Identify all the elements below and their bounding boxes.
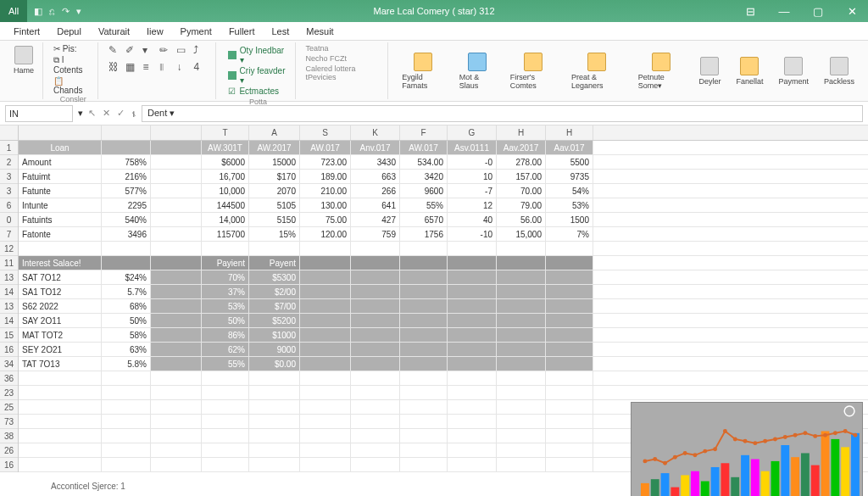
cell[interactable] [19, 386, 102, 399]
cell[interactable] [151, 328, 202, 342]
cell[interactable]: 54% [546, 184, 593, 198]
cell[interactable]: 5150 [249, 213, 300, 226]
cell[interactable]: Fatuimt [19, 170, 102, 183]
cell[interactable]: 5105 [249, 198, 300, 212]
text-item[interactable]: Teatna [306, 44, 383, 53]
cell[interactable] [300, 386, 351, 399]
cell[interactable]: 2295 [102, 198, 151, 212]
cell[interactable]: 9735 [546, 170, 593, 183]
brush2-icon[interactable]: ✐ [125, 44, 137, 56]
cell[interactable] [497, 400, 546, 414]
cell[interactable]: $1000 [249, 328, 300, 342]
cell[interactable] [546, 443, 593, 457]
cell[interactable]: $0.00 [249, 357, 300, 371]
cell[interactable] [400, 328, 448, 342]
cell[interactable]: 759 [351, 227, 400, 241]
cell[interactable]: 534.00 [400, 155, 448, 169]
cell[interactable]: AW.301T [202, 141, 249, 154]
row-header[interactable]: 38 [0, 429, 18, 443]
cell[interactable]: 266 [351, 184, 400, 198]
cell[interactable] [151, 357, 202, 371]
cell[interactable] [102, 256, 151, 270]
column-header[interactable]: T [202, 125, 249, 140]
cell[interactable]: $170 [249, 170, 300, 183]
cell[interactable] [202, 458, 249, 471]
cell[interactable] [448, 328, 497, 342]
cell[interactable]: $6000 [202, 155, 249, 169]
cell[interactable]: MAT TOT2 [19, 328, 102, 342]
cell[interactable]: 37% [202, 285, 249, 298]
cell[interactable]: SAT 7O12 [19, 270, 102, 284]
cell[interactable] [400, 299, 448, 313]
cell[interactable] [351, 357, 400, 371]
cell[interactable] [249, 429, 300, 443]
cell[interactable]: Fatonte [19, 227, 102, 241]
redo-icon[interactable]: ↷ [62, 6, 70, 17]
cell[interactable] [300, 242, 351, 255]
cell[interactable]: 6570 [400, 213, 448, 226]
column-header[interactable]: K [351, 125, 400, 140]
num-icon[interactable]: 4 [193, 61, 205, 73]
column-header[interactable]: G [448, 125, 497, 140]
cell[interactable] [151, 443, 202, 457]
cell[interactable] [300, 415, 351, 428]
border-icon[interactable]: ▦ [125, 61, 137, 73]
cell[interactable]: 40 [448, 213, 497, 226]
cell[interactable]: 15% [249, 227, 300, 241]
cell[interactable]: 3420 [400, 170, 448, 183]
row-header[interactable]: 26 [0, 443, 18, 458]
cell[interactable]: Asv.0111 [448, 141, 497, 154]
cell[interactable]: Anv.017 [351, 141, 400, 154]
cell[interactable] [151, 285, 202, 298]
cell[interactable] [448, 270, 497, 284]
cell[interactable]: 70% [202, 270, 249, 284]
row-header[interactable]: 0 [0, 213, 18, 227]
cell[interactable]: 50% [202, 314, 249, 327]
cell[interactable] [351, 343, 400, 356]
cell[interactable]: 58% [102, 328, 151, 342]
cell[interactable]: 70.00 [497, 184, 546, 198]
cell[interactable]: $5300 [249, 270, 300, 284]
cell[interactable] [546, 357, 593, 371]
row-header[interactable]: 15 [0, 328, 18, 343]
cell[interactable] [400, 256, 448, 270]
cell[interactable] [19, 429, 102, 443]
cell[interactable] [497, 285, 546, 298]
cell[interactable] [546, 429, 593, 443]
cell[interactable]: 7% [546, 227, 593, 241]
column-header[interactable] [19, 125, 102, 140]
cell[interactable] [102, 415, 151, 428]
cell[interactable] [400, 415, 448, 428]
cell[interactable] [497, 443, 546, 457]
select-all-corner[interactable] [0, 125, 19, 141]
cell[interactable] [497, 314, 546, 327]
cell[interactable] [300, 270, 351, 284]
cell[interactable] [448, 371, 497, 385]
cell[interactable]: 130.00 [300, 198, 351, 212]
cell[interactable] [300, 443, 351, 457]
cell[interactable] [19, 371, 102, 385]
cell[interactable]: 577% [102, 184, 151, 198]
cell[interactable]: 86% [202, 328, 249, 342]
cell[interactable] [497, 242, 546, 255]
menu-item[interactable]: Vaturait [93, 25, 135, 38]
row-header[interactable]: 2 [0, 155, 18, 170]
menu-item[interactable]: Lest [266, 25, 294, 38]
cell[interactable] [151, 141, 202, 154]
cell[interactable] [546, 400, 593, 414]
cell[interactable] [19, 400, 102, 414]
menu-item[interactable]: Mesuit [301, 25, 338, 38]
cell[interactable] [497, 328, 546, 342]
cell[interactable]: 115700 [202, 227, 249, 241]
cell[interactable] [151, 170, 202, 183]
cell[interactable]: SEY 2O21 [19, 343, 102, 356]
cell[interactable] [400, 343, 448, 356]
cell[interactable]: SAY 2O11 [19, 314, 102, 327]
cell[interactable] [400, 400, 448, 414]
cell[interactable] [151, 184, 202, 198]
cell[interactable] [102, 443, 151, 457]
cell[interactable]: 14,000 [202, 213, 249, 226]
column-header[interactable]: A [249, 125, 300, 140]
cell[interactable]: 56.00 [497, 213, 546, 226]
cut-button[interactable]: ✂ Pis: [53, 44, 92, 53]
